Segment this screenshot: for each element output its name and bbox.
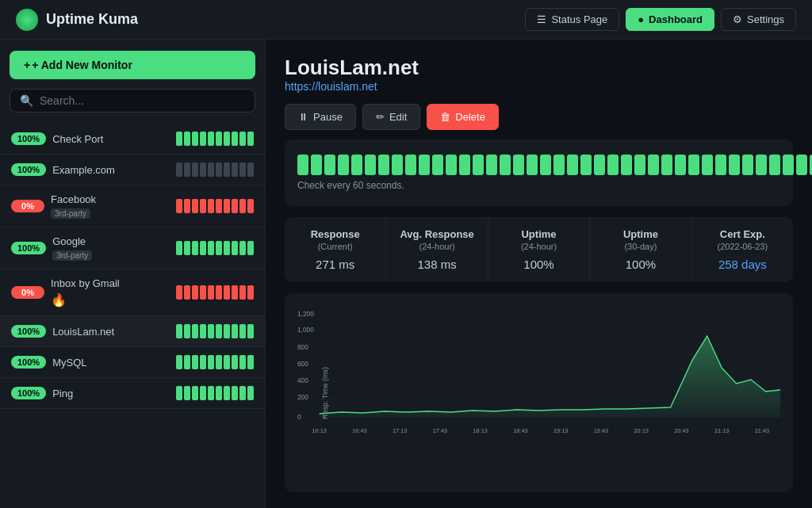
heartbeat-bar [239,324,246,338]
stat-sublabel: (30-day) [603,242,678,251]
heartbeat-bar [184,132,190,146]
heartbeat-bar [216,241,222,255]
delete-button[interactable]: 🗑 Delete [427,104,499,130]
heartbeat-bar [184,355,190,369]
heartbeat-bar [247,132,254,146]
heartbeats [176,386,254,400]
heartbeat-bar [184,285,190,300]
monitor-item-example-com[interactable]: 100%Example.com [0,155,265,185]
pause-button[interactable]: ⏸ Pause [285,104,356,130]
stat-sublabel: (Current) [297,242,373,251]
svg-text:19:13: 19:13 [553,427,568,434]
heartbeat-bar [176,324,182,338]
stats-row: Response(Current)271 msAvg. Response(24-… [285,217,793,282]
monitor-tag: 3rd-party [52,250,92,261]
monitor-badge: 100% [11,325,46,338]
status-bar [783,155,794,175]
heartbeat-bar [200,386,206,400]
stat-label: Response [297,228,373,240]
stat-value-link[interactable]: 258 days [718,258,767,271]
monitor-item-louislam-net[interactable]: 100%LouisLam.net [0,316,265,347]
stat-value[interactable]: 258 days [705,258,780,271]
list-icon: ☰ [537,13,546,25]
stat-sublabel: (24-hour) [399,242,474,251]
heartbeats [176,355,254,369]
heartbeats [176,199,254,213]
monitor-name: MySQL [52,357,170,369]
search-wrapper: 🔍 [10,89,255,113]
heartbeats [176,132,254,146]
heartbeat-bar [216,199,222,213]
heartbeat-bar [224,162,230,177]
status-bar [378,155,389,175]
heartbeat-bar [208,199,214,213]
svg-text:21:43: 21:43 [755,427,769,434]
monitor-title: LouisLam.net [285,55,793,80]
monitor-url-link[interactable]: https://louislam.net [285,80,377,93]
status-bar [540,155,551,175]
monitor-item-inbox-by-gmail[interactable]: 0%Inbox by Gmail🔥 [0,269,265,316]
svg-text:200: 200 [297,393,308,401]
search-input[interactable] [40,94,245,107]
stat-item: Avg. Response(24-hour)138 ms [386,217,488,282]
status-page-button[interactable]: ☰ Status Page [525,8,619,31]
heartbeat-bar [192,199,198,213]
monitor-name: Google3rd-party [52,235,170,261]
status-bar [742,155,753,175]
heartbeat-bar [192,386,198,400]
fire-icon: 🔥 [51,292,170,307]
status-bar [473,155,484,175]
app-header: Uptime Kuma ☰ Status Page ● Dashboard ⚙ … [0,0,812,40]
heartbeat-bar [216,355,222,369]
stat-item: Uptime(30-day)100% [590,217,691,282]
edit-button[interactable]: ✏ Edit [362,104,420,130]
heartbeat-bar [224,241,230,255]
settings-button[interactable]: ⚙ Settings [721,8,796,31]
status-section: Check every 60 seconds. Up [285,139,793,206]
monitor-name: Facebook3rd-party [51,193,170,219]
heartbeat-bar [208,386,214,400]
heartbeat-bar [224,386,230,400]
add-monitor-button[interactable]: + + Add New Monitor [10,51,255,79]
heartbeat-bar [192,162,198,177]
heartbeat-bar [224,199,230,213]
heartbeat-bar [200,285,206,300]
heartbeat-bar [184,386,190,400]
status-bar [648,155,659,175]
heartbeats [176,324,254,338]
heartbeats [176,285,254,300]
trash-icon: 🗑 [440,111,450,123]
status-bar [500,155,511,175]
svg-text:20:43: 20:43 [674,427,688,434]
monitor-item-mysql[interactable]: 100%MySQL [0,347,265,378]
stat-value: 100% [501,258,576,271]
response-chart: 1,200 1,000 800 600 400 200 0 [297,304,780,439]
status-bar [297,155,308,175]
monitor-item-check-port[interactable]: 100%Check Port [0,124,265,155]
monitor-item-facebook[interactable]: 0%Facebook3rd-party [0,185,265,227]
heartbeat-bar [239,132,246,146]
heartbeat-bar [200,324,206,338]
status-bar [392,155,403,175]
monitor-item-google[interactable]: 100%Google3rd-party [0,227,265,269]
header-right: ☰ Status Page ● Dashboard ⚙ Settings [525,8,796,31]
monitor-name: Inbox by Gmail🔥 [51,277,170,307]
status-bar [688,155,699,175]
heartbeat-bar [239,355,246,369]
stat-item: Uptime(24-hour)100% [488,217,590,282]
heartbeat-bar [208,241,214,255]
monitor-item-ping[interactable]: 100%Ping [0,378,265,409]
stat-value: 271 ms [297,258,373,271]
status-bar [661,155,672,175]
heartbeat-bar [184,199,190,213]
heartbeat-bar [232,324,238,338]
monitor-name: LouisLam.net [52,326,170,338]
heartbeat-bar [192,241,198,255]
heartbeat-bar [247,162,254,177]
stat-label: Avg. Response [399,228,474,240]
heartbeat-bar [224,285,230,300]
heartbeat-bar [239,285,246,300]
dashboard-button[interactable]: ● Dashboard [626,8,714,31]
heartbeat-bar [224,355,230,369]
status-bar [769,155,780,175]
